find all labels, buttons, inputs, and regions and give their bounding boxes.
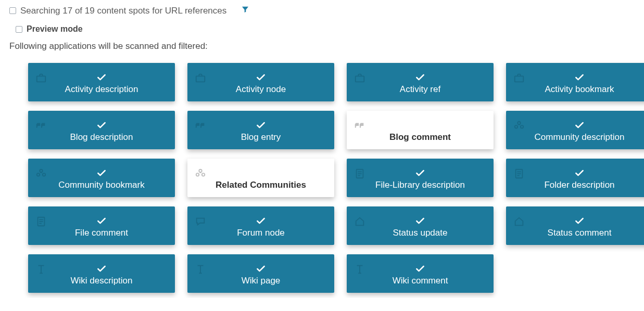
check-icon bbox=[96, 72, 107, 83]
check-icon bbox=[96, 263, 107, 275]
file-icon bbox=[513, 168, 525, 179]
tile-label: File-Library description bbox=[375, 180, 465, 190]
quote-icon bbox=[195, 120, 206, 132]
briefcase-icon bbox=[195, 72, 206, 84]
tile-blog-entry[interactable]: Blog entry bbox=[187, 111, 334, 149]
home-icon bbox=[354, 216, 365, 227]
tile-wiki-page[interactable]: Wiki page bbox=[187, 254, 334, 293]
tile-label: Activity node bbox=[236, 84, 286, 95]
tile-label: Status comment bbox=[548, 228, 612, 238]
tile-status-update[interactable]: Status update bbox=[347, 206, 494, 245]
tile-label: Activity bookmark bbox=[545, 84, 614, 95]
tile-label: Related Communities bbox=[216, 180, 306, 190]
text-icon bbox=[195, 264, 206, 275]
quote-icon bbox=[35, 120, 47, 132]
tile-file-library-description[interactable]: File-Library description bbox=[347, 159, 494, 197]
tile-blog-comment[interactable]: Blog comment bbox=[347, 111, 494, 149]
tile-blog-description[interactable]: Blog description bbox=[28, 111, 175, 149]
scan-description: Following applications will be scanned a… bbox=[9, 41, 635, 51]
tile-label: Status update bbox=[393, 228, 448, 238]
text-icon bbox=[35, 264, 47, 275]
tile-activity-ref[interactable]: Activity ref bbox=[347, 63, 494, 101]
tile-label: Activity ref bbox=[400, 84, 440, 95]
tile-label: Blog comment bbox=[389, 132, 451, 142]
status-text: Searching 17 of 19 content spots for URL… bbox=[20, 6, 226, 16]
tile-label: Wiki description bbox=[70, 276, 132, 286]
briefcase-icon bbox=[513, 72, 525, 84]
tile-wiki-description[interactable]: Wiki description bbox=[28, 254, 175, 293]
people-icon bbox=[195, 168, 206, 179]
tile-label: Activity description bbox=[65, 84, 138, 95]
tile-label: Community description bbox=[535, 132, 625, 142]
preview-mode-checkbox[interactable] bbox=[16, 26, 22, 33]
tile-label: Wiki page bbox=[242, 276, 281, 286]
people-icon bbox=[513, 120, 525, 132]
tile-activity-node[interactable]: Activity node bbox=[187, 63, 334, 101]
tile-file-comment[interactable]: File comment bbox=[28, 206, 175, 245]
text-icon bbox=[354, 264, 365, 275]
quote-icon bbox=[354, 120, 365, 132]
briefcase-icon bbox=[35, 72, 47, 84]
check-icon bbox=[255, 263, 267, 275]
preview-mode-label: Preview mode bbox=[27, 24, 83, 34]
tile-community-bookmark[interactable]: Community bookmark bbox=[28, 159, 175, 197]
tile-label: Forum node bbox=[237, 228, 285, 238]
check-icon bbox=[414, 167, 426, 179]
filter-icon[interactable] bbox=[241, 5, 249, 16]
tile-label: Folder description bbox=[544, 180, 614, 190]
check-icon bbox=[96, 120, 107, 131]
searching-checkbox[interactable] bbox=[9, 7, 16, 14]
check-icon bbox=[96, 215, 107, 227]
tile-related-communities[interactable]: Related Communities bbox=[187, 159, 334, 197]
tile-folder-description[interactable]: Folder description bbox=[506, 159, 644, 197]
check-icon bbox=[414, 215, 426, 227]
tile-wiki-comment[interactable]: Wiki comment bbox=[347, 254, 494, 293]
tile-label: Community bookmark bbox=[58, 180, 144, 190]
people-icon bbox=[35, 168, 47, 179]
tile-label: Wiki comment bbox=[393, 276, 448, 286]
chat-icon bbox=[195, 216, 206, 227]
tile-label: File comment bbox=[75, 228, 128, 238]
tile-label: Blog entry bbox=[241, 132, 281, 142]
check-icon bbox=[255, 72, 267, 83]
file-icon bbox=[35, 216, 47, 227]
application-grid: Activity descriptionActivity nodeActivit… bbox=[28, 63, 635, 293]
check-icon bbox=[574, 72, 585, 83]
briefcase-icon bbox=[354, 72, 365, 84]
tile-activity-bookmark[interactable]: Activity bookmark bbox=[506, 63, 644, 101]
check-icon bbox=[574, 120, 585, 131]
check-icon bbox=[96, 167, 107, 179]
tile-activity-description[interactable]: Activity description bbox=[28, 63, 175, 101]
home-icon bbox=[513, 216, 525, 227]
file-icon bbox=[354, 168, 365, 179]
tile-label: Blog description bbox=[70, 132, 133, 142]
check-icon bbox=[574, 167, 585, 179]
check-icon bbox=[414, 72, 426, 83]
check-icon bbox=[574, 215, 585, 227]
check-icon bbox=[414, 263, 426, 275]
check-icon bbox=[255, 215, 267, 227]
tile-forum-node[interactable]: Forum node bbox=[187, 206, 334, 245]
tile-status-comment[interactable]: Status comment bbox=[506, 206, 644, 245]
check-icon bbox=[255, 120, 267, 131]
tile-community-description[interactable]: Community description bbox=[506, 111, 644, 149]
